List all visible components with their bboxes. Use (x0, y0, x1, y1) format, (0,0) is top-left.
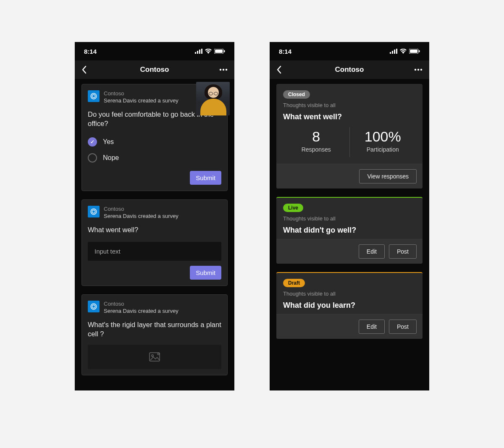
metric-value: 8 (283, 129, 349, 144)
svg-point-8 (223, 69, 224, 71)
card-header: Contoso Serena Davis created a survey (88, 301, 221, 315)
status-pill: Live (283, 204, 303, 212)
svg-point-15 (92, 305, 95, 309)
metrics: 8 Responses 100% Participation (283, 127, 416, 157)
visibility-text: Thoughts visible to all (283, 291, 416, 297)
radio-unselected-icon (88, 153, 97, 162)
card-actions: View responses (276, 164, 423, 189)
card-actions: Edit Post (276, 314, 423, 339)
svg-point-17 (152, 354, 153, 356)
more-button[interactable] (412, 68, 423, 71)
post-button[interactable]: Post (389, 320, 417, 334)
app-name: Contoso (104, 90, 178, 97)
svg-rect-1 (197, 51, 198, 54)
card-body: Closed Thoughts visible to all What went… (276, 84, 423, 164)
app-icon (88, 301, 100, 312)
survey-question: What's the rigid layer that surrounds a … (88, 320, 221, 339)
signal-icon (390, 49, 397, 54)
card-subtitle: Serena Davis created a survey (104, 308, 178, 315)
svg-rect-20 (392, 51, 393, 54)
image-icon (149, 352, 160, 362)
svg-point-28 (420, 69, 422, 71)
card-title: What didn't go well? (283, 226, 416, 235)
signal-icon (195, 49, 202, 54)
back-button[interactable] (81, 65, 92, 74)
svg-point-9 (226, 69, 227, 71)
metric-label: Participation (350, 146, 416, 153)
chevron-left-icon (81, 65, 87, 74)
svg-point-7 (220, 69, 221, 71)
battery-icon (214, 49, 225, 54)
nav-title: Contoso (286, 65, 412, 74)
submit-button[interactable]: Submit (190, 171, 221, 185)
card-body: Live Thoughts visible to all What didn't… (276, 198, 423, 239)
card-actions: Edit Post (276, 239, 423, 264)
chevron-left-icon (276, 65, 281, 74)
content-right: Closed Thoughts visible to all What went… (270, 79, 429, 390)
svg-rect-19 (390, 52, 391, 54)
metric-responses: 8 Responses (283, 127, 349, 157)
radio-selected-icon (88, 137, 97, 147)
survey-card-choice: Contoso Serena Davis created a survey Do… (81, 84, 228, 191)
submit-button[interactable]: Submit (190, 266, 221, 280)
content-left: Contoso Serena Davis created a survey Do… (75, 79, 234, 390)
card-header: Contoso Serena Davis created a survey (88, 206, 221, 220)
svg-point-13 (92, 210, 95, 214)
status-time: 8:14 (84, 48, 97, 55)
svg-rect-6 (224, 50, 225, 52)
status-icons (390, 49, 420, 54)
summary-card-live: Live Thoughts visible to all What didn't… (276, 197, 423, 264)
app-name: Contoso (104, 206, 178, 213)
option-label: Yes (103, 138, 114, 146)
edit-button[interactable]: Edit (359, 320, 385, 334)
post-button[interactable]: Post (389, 244, 417, 259)
svg-rect-25 (419, 50, 420, 52)
card-title: What went well? (283, 113, 416, 121)
svg-rect-2 (199, 50, 200, 54)
svg-point-10 (91, 93, 97, 99)
nav-bar: Contoso (75, 60, 234, 79)
option-yes[interactable]: Yes (88, 134, 221, 150)
app-name: Contoso (104, 301, 178, 308)
status-time: 8:14 (279, 48, 291, 55)
summary-card-draft: Draft Thoughts visible to all What did y… (276, 272, 423, 339)
status-bar: 8:14 (270, 42, 429, 60)
survey-card-image: Contoso Serena Davis created a survey Wh… (81, 294, 228, 375)
phone-right: 8:14 Contoso Closed Thoughts visible to … (270, 42, 429, 390)
back-button[interactable] (276, 65, 286, 74)
svg-rect-22 (396, 49, 397, 54)
card-actions: Submit (88, 171, 221, 185)
card-title: What did you learn? (283, 301, 416, 310)
status-pill: Draft (283, 279, 305, 287)
app-icon (88, 90, 100, 102)
card-meta: Contoso Serena Davis created a survey (104, 206, 178, 220)
card-meta: Contoso Serena Davis created a survey (104, 301, 178, 315)
edit-button[interactable]: Edit (359, 244, 385, 259)
status-bar: 8:14 (75, 42, 234, 60)
svg-rect-24 (410, 50, 417, 53)
svg-rect-0 (195, 52, 196, 54)
more-icon (219, 68, 228, 71)
image-placeholder[interactable] (88, 345, 221, 369)
option-label: Nope (103, 154, 119, 162)
more-icon (414, 68, 423, 71)
app-icon (88, 206, 100, 217)
visibility-text: Thoughts visible to all (283, 215, 416, 222)
survey-question: What went well? (88, 225, 221, 234)
svg-point-11 (92, 94, 95, 98)
view-responses-button[interactable]: View responses (359, 169, 417, 183)
metric-participation: 100% Participation (349, 127, 416, 157)
metric-value: 100% (350, 129, 416, 144)
svg-rect-3 (201, 49, 202, 54)
status-icons (195, 49, 225, 54)
option-nope[interactable]: Nope (88, 150, 221, 166)
nav-title: Contoso (92, 65, 218, 74)
survey-card-text: Contoso Serena Davis created a survey Wh… (81, 199, 228, 286)
self-video-thumbnail[interactable] (196, 82, 230, 115)
card-body: Draft Thoughts visible to all What did y… (276, 273, 423, 314)
metric-label: Responses (283, 146, 349, 153)
more-button[interactable] (218, 68, 228, 71)
svg-point-12 (91, 209, 97, 215)
svg-point-26 (415, 69, 416, 71)
answer-input[interactable] (88, 242, 221, 261)
